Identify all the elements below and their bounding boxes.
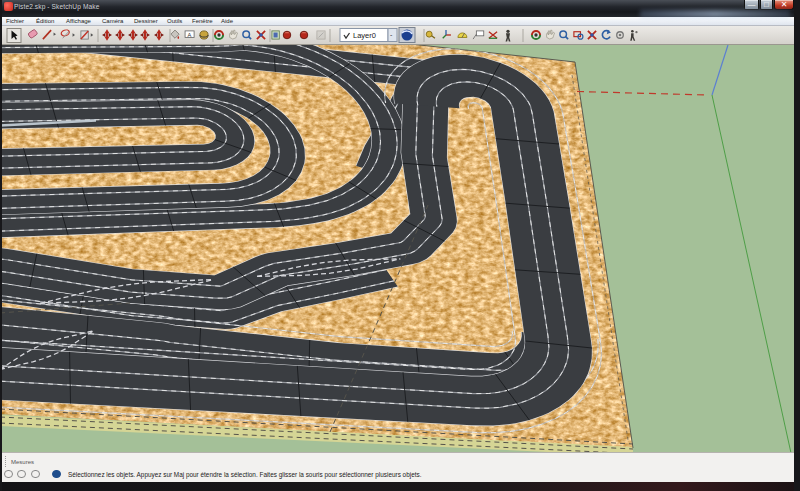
svg-text:Layer0: Layer0	[353, 31, 376, 40]
svg-text:A: A	[188, 32, 192, 38]
